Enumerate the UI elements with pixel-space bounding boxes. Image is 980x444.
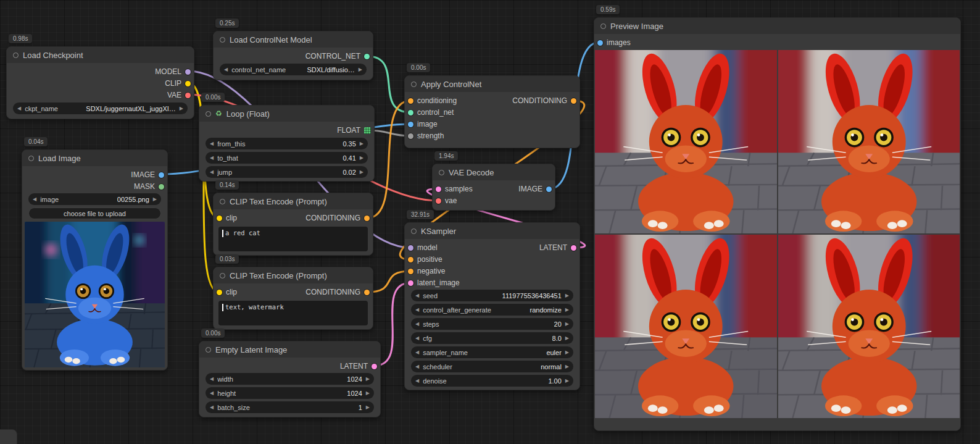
stepper-right-arrow-icon[interactable]: ▶: [565, 332, 569, 344]
combo-right-arrow-icon[interactable]: ▶: [565, 361, 569, 372]
ckpt-name-combo[interactable]: ◀ ckpt_name SDXL/juggernautXL_juggXI… ▶: [13, 103, 188, 114]
node-loop-float[interactable]: 0.00s ♻ Loop (Float) FLOAT ◀ from_this 0…: [199, 105, 375, 182]
collapse-icon[interactable]: [220, 273, 225, 279]
node-titlebar[interactable]: Load ControlNet Model: [214, 31, 373, 48]
image-combo[interactable]: ◀ image 00255.png ▶: [28, 193, 161, 205]
collapse-icon[interactable]: [600, 23, 606, 29]
input-dot-model[interactable]: [408, 245, 413, 251]
collapse-icon[interactable]: [13, 52, 19, 58]
combo-right-arrow-icon[interactable]: ▶: [565, 346, 569, 358]
combo-left-arrow-icon[interactable]: ◀: [415, 346, 419, 358]
node-vae-decode[interactable]: 1.94s VAE Decode samples vae IMAGE: [432, 164, 555, 211]
input-dot-positive[interactable]: [408, 257, 413, 262]
node-titlebar[interactable]: CLIP Text Encode (Prompt): [214, 267, 373, 283]
stepper-left-arrow-icon[interactable]: ◀: [210, 152, 214, 164]
to-that-stepper[interactable]: ◀ to_that 0.41 ▶: [206, 152, 368, 164]
collapse-icon[interactable]: [411, 228, 417, 234]
stepper-right-arrow-icon[interactable]: ▶: [366, 401, 370, 413]
node-titlebar[interactable]: Apply ControlNet: [405, 76, 579, 92]
scheduler-combo[interactable]: ◀ scheduler normal ▶: [411, 361, 573, 372]
combo-right-arrow-icon[interactable]: ▶: [153, 193, 157, 205]
stepper-right-arrow-icon[interactable]: ▶: [360, 138, 363, 149]
jump-stepper[interactable]: ◀ jump 0.02 ▶: [206, 166, 368, 178]
upload-button[interactable]: choose file to upload: [28, 207, 161, 219]
collapse-icon[interactable]: [220, 199, 225, 204]
node-titlebar[interactable]: VAE Decode: [433, 164, 555, 180]
combo-right-arrow-icon[interactable]: ▶: [565, 304, 569, 316]
input-dot-clip[interactable]: [217, 290, 222, 295]
node-apply-controlnet[interactable]: 0.00s Apply ControlNet conditioning cont…: [404, 75, 580, 148]
from-this-stepper[interactable]: ◀ from_this 0.35 ▶: [206, 138, 368, 149]
output-dot-clip[interactable]: [185, 81, 191, 86]
stepper-right-arrow-icon[interactable]: ▶: [366, 373, 370, 385]
stepper-left-arrow-icon[interactable]: ◀: [210, 373, 214, 385]
stepper-left-arrow-icon[interactable]: ◀: [415, 375, 419, 387]
output-dot-conditioning[interactable]: [364, 290, 370, 295]
stepper-right-arrow-icon[interactable]: ▶: [366, 387, 370, 399]
input-dot-strength[interactable]: [408, 133, 413, 139]
seed-stepper[interactable]: ◀ seed 1119775536436451 ▶: [411, 290, 573, 301]
input-dot-samples[interactable]: [436, 186, 441, 192]
stepper-left-arrow-icon[interactable]: ◀: [415, 290, 419, 301]
node-preview-image[interactable]: 0.59s Preview Image images: [594, 17, 961, 431]
collapse-icon[interactable]: [206, 347, 211, 353]
stepper-left-arrow-icon[interactable]: ◀: [210, 138, 214, 149]
combo-left-arrow-icon[interactable]: ◀: [415, 304, 419, 316]
collapse-icon[interactable]: [411, 82, 417, 87]
preview-image-4[interactable]: [778, 235, 960, 418]
input-dot-vae[interactable]: [436, 198, 441, 204]
input-dot-clip[interactable]: [217, 216, 222, 221]
output-dot-control-net[interactable]: [364, 54, 370, 59]
combo-right-arrow-icon[interactable]: ▶: [359, 64, 362, 75]
stepper-right-arrow-icon[interactable]: ▶: [565, 318, 569, 330]
width-stepper[interactable]: ◀ width 1024 ▶: [206, 373, 374, 385]
collapse-icon[interactable]: [206, 111, 211, 117]
node-titlebar[interactable]: CLIP Text Encode (Prompt): [214, 193, 373, 209]
combo-left-arrow-icon[interactable]: ◀: [224, 64, 228, 75]
graph-canvas[interactable]: 0.98s Load Checkpoint MODEL CLIP VAE ◀ c…: [0, 0, 980, 444]
preview-image-1[interactable]: [595, 50, 777, 233]
float-grid-icon[interactable]: [364, 127, 371, 134]
stepper-left-arrow-icon[interactable]: ◀: [210, 401, 214, 413]
node-load-checkpoint[interactable]: 0.98s Load Checkpoint MODEL CLIP VAE ◀ c…: [6, 46, 194, 119]
stepper-right-arrow-icon[interactable]: ▶: [565, 375, 569, 387]
collapse-icon[interactable]: [28, 156, 34, 161]
node-titlebar[interactable]: Load Image: [22, 150, 167, 166]
input-dot-conditioning[interactable]: [408, 98, 413, 104]
preview-image-3[interactable]: [595, 235, 777, 418]
output-dot-image[interactable]: [546, 186, 552, 192]
denoise-stepper[interactable]: ◀ denoise 1.00 ▶: [411, 375, 573, 387]
steps-stepper[interactable]: ◀ steps 20 ▶: [411, 318, 573, 330]
output-dot-conditioning[interactable]: [364, 216, 370, 221]
output-dot-latent[interactable]: [372, 364, 377, 369]
output-dot-latent[interactable]: [571, 245, 576, 251]
combo-right-arrow-icon[interactable]: ▶: [180, 103, 183, 114]
input-dot-control-net[interactable]: [408, 110, 413, 115]
node-load-controlnet-model[interactable]: 0.25s Load ControlNet Model CONTROL_NET …: [213, 31, 373, 80]
stepper-left-arrow-icon[interactable]: ◀: [415, 332, 419, 344]
node-titlebar[interactable]: Empty Latent Image: [199, 341, 380, 358]
combo-left-arrow-icon[interactable]: ◀: [415, 361, 419, 372]
combo-left-arrow-icon[interactable]: ◀: [17, 103, 21, 114]
prompt-textarea[interactable]: text, watermark: [218, 301, 368, 325]
prompt-textarea[interactable]: a red cat: [218, 227, 368, 251]
collapse-icon[interactable]: [220, 37, 225, 43]
batch-size-stepper[interactable]: ◀ batch_size 1 ▶: [206, 401, 374, 413]
sampler-name-combo[interactable]: ◀ sampler_name euler ▶: [411, 346, 573, 358]
partial-node[interactable]: [0, 429, 17, 444]
preview-image-2[interactable]: [778, 50, 960, 233]
stepper-right-arrow-icon[interactable]: ▶: [360, 152, 363, 164]
output-dot-vae[interactable]: [185, 93, 191, 98]
stepper-left-arrow-icon[interactable]: ◀: [210, 166, 214, 178]
node-titlebar[interactable]: ♻ Loop (Float): [199, 106, 374, 122]
input-dot-image[interactable]: [408, 122, 413, 127]
node-titlebar[interactable]: KSampler: [405, 223, 579, 239]
output-dot-conditioning[interactable]: [571, 98, 576, 104]
input-dot-latent-image[interactable]: [408, 280, 413, 286]
node-clip-text-encode-negative[interactable]: 0.03s CLIP Text Encode (Prompt) clip CON…: [213, 267, 373, 330]
input-dot-images[interactable]: [597, 40, 603, 46]
node-clip-text-encode-positive[interactable]: 0.14s CLIP Text Encode (Prompt) clip CON…: [213, 193, 373, 256]
output-dot-mask[interactable]: [159, 184, 164, 190]
control-after-generate-combo[interactable]: ◀ control_after_generate randomize ▶: [411, 304, 573, 316]
node-titlebar[interactable]: Load Checkpoint: [7, 47, 194, 63]
